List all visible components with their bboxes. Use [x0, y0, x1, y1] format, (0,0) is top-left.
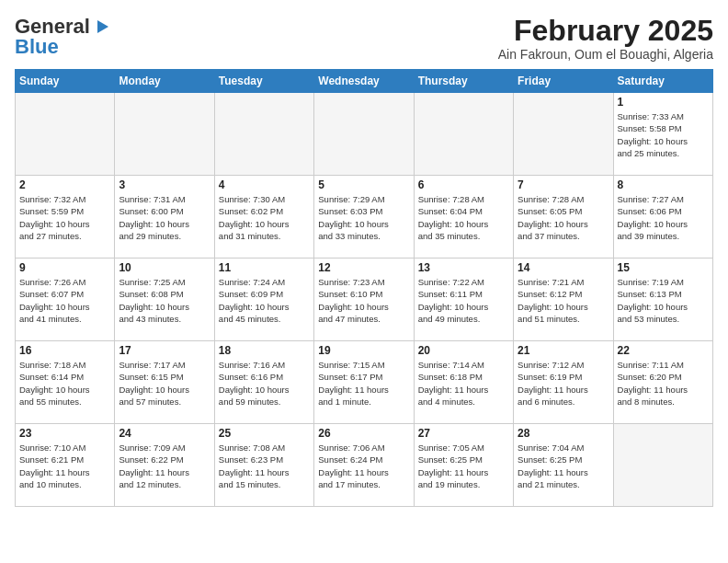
day-number: 26	[318, 427, 409, 440]
calendar-header: SundayMondayTuesdayWednesdayThursdayFrid…	[16, 70, 713, 93]
day-info: Sunrise: 7:23 AM Sunset: 6:10 PM Dayligh…	[318, 276, 409, 325]
day-number: 28	[518, 427, 609, 440]
day-number: 16	[19, 344, 110, 357]
calendar-week-row: 9Sunrise: 7:26 AM Sunset: 6:07 PM Daylig…	[16, 259, 713, 341]
day-number: 21	[518, 344, 609, 357]
calendar-cell	[414, 93, 513, 176]
day-info: Sunrise: 7:29 AM Sunset: 6:03 PM Dayligh…	[318, 193, 409, 242]
calendar-cell: 12Sunrise: 7:23 AM Sunset: 6:10 PM Dayli…	[314, 259, 414, 341]
weekday-row: SundayMondayTuesdayWednesdayThursdayFrid…	[16, 70, 713, 93]
logo-blue: Blue	[15, 35, 59, 59]
day-info: Sunrise: 7:12 AM Sunset: 6:19 PM Dayligh…	[518, 359, 609, 408]
calendar-cell: 20Sunrise: 7:14 AM Sunset: 6:18 PM Dayli…	[414, 341, 513, 424]
logo-icon	[92, 17, 112, 37]
day-number: 10	[119, 261, 210, 274]
day-info: Sunrise: 7:33 AM Sunset: 5:58 PM Dayligh…	[618, 110, 709, 159]
day-number: 12	[318, 261, 409, 274]
calendar-cell: 24Sunrise: 7:09 AM Sunset: 6:22 PM Dayli…	[115, 424, 214, 507]
calendar-cell: 23Sunrise: 7:10 AM Sunset: 6:21 PM Dayli…	[16, 424, 115, 507]
calendar-cell	[214, 93, 313, 176]
calendar-cell: 25Sunrise: 7:08 AM Sunset: 6:23 PM Dayli…	[214, 424, 313, 507]
weekday-header: Tuesday	[214, 70, 313, 93]
calendar-cell: 14Sunrise: 7:21 AM Sunset: 6:12 PM Dayli…	[514, 259, 613, 341]
day-info: Sunrise: 7:28 AM Sunset: 6:05 PM Dayligh…	[518, 193, 609, 242]
day-info: Sunrise: 7:25 AM Sunset: 6:08 PM Dayligh…	[119, 276, 210, 325]
title-block: February 2025 Ain Fakroun, Oum el Bouagh…	[498, 15, 713, 62]
day-number: 18	[219, 344, 310, 357]
calendar-body: 1Sunrise: 7:33 AM Sunset: 5:58 PM Daylig…	[16, 93, 713, 507]
calendar-cell: 5Sunrise: 7:29 AM Sunset: 6:03 PM Daylig…	[314, 176, 414, 259]
day-info: Sunrise: 7:14 AM Sunset: 6:18 PM Dayligh…	[418, 359, 509, 408]
calendar-cell: 8Sunrise: 7:27 AM Sunset: 6:06 PM Daylig…	[613, 176, 712, 259]
day-info: Sunrise: 7:27 AM Sunset: 6:06 PM Dayligh…	[618, 193, 709, 242]
day-number: 1	[618, 96, 709, 109]
calendar-cell: 27Sunrise: 7:05 AM Sunset: 6:25 PM Dayli…	[414, 424, 513, 507]
day-info: Sunrise: 7:08 AM Sunset: 6:23 PM Dayligh…	[219, 442, 310, 490]
calendar-table: SundayMondayTuesdayWednesdayThursdayFrid…	[15, 69, 713, 507]
calendar-cell: 17Sunrise: 7:17 AM Sunset: 6:15 PM Dayli…	[115, 341, 214, 424]
calendar-week-row: 1Sunrise: 7:33 AM Sunset: 5:58 PM Daylig…	[16, 93, 713, 176]
day-number: 27	[418, 427, 509, 440]
day-number: 14	[518, 261, 609, 274]
day-info: Sunrise: 7:10 AM Sunset: 6:21 PM Dayligh…	[19, 442, 110, 490]
day-info: Sunrise: 7:32 AM Sunset: 5:59 PM Dayligh…	[19, 193, 110, 242]
day-number: 17	[119, 344, 210, 357]
day-info: Sunrise: 7:28 AM Sunset: 6:04 PM Dayligh…	[418, 193, 509, 242]
svg-marker-0	[97, 20, 108, 33]
day-info: Sunrise: 7:30 AM Sunset: 6:02 PM Dayligh…	[219, 193, 310, 242]
weekday-header: Wednesday	[314, 70, 414, 93]
day-info: Sunrise: 7:22 AM Sunset: 6:11 PM Dayligh…	[418, 276, 509, 325]
day-info: Sunrise: 7:19 AM Sunset: 6:13 PM Dayligh…	[618, 276, 709, 325]
calendar-cell: 6Sunrise: 7:28 AM Sunset: 6:04 PM Daylig…	[414, 176, 513, 259]
day-number: 19	[318, 344, 409, 357]
day-info: Sunrise: 7:09 AM Sunset: 6:22 PM Dayligh…	[119, 442, 210, 490]
day-number: 9	[19, 261, 110, 274]
weekday-header: Monday	[115, 70, 214, 93]
weekday-header: Thursday	[414, 70, 513, 93]
day-info: Sunrise: 7:15 AM Sunset: 6:17 PM Dayligh…	[318, 359, 409, 408]
page-header: General Blue February 2025 Ain Fakroun, …	[15, 15, 713, 62]
logo: General Blue	[15, 15, 112, 59]
day-info: Sunrise: 7:24 AM Sunset: 6:09 PM Dayligh…	[219, 276, 310, 325]
day-info: Sunrise: 7:31 AM Sunset: 6:00 PM Dayligh…	[119, 193, 210, 242]
calendar-cell: 13Sunrise: 7:22 AM Sunset: 6:11 PM Dayli…	[414, 259, 513, 341]
day-info: Sunrise: 7:18 AM Sunset: 6:14 PM Dayligh…	[19, 359, 110, 408]
calendar-week-row: 16Sunrise: 7:18 AM Sunset: 6:14 PM Dayli…	[16, 341, 713, 424]
day-number: 8	[618, 178, 709, 191]
calendar-cell: 18Sunrise: 7:16 AM Sunset: 6:16 PM Dayli…	[214, 341, 313, 424]
calendar-cell	[514, 93, 613, 176]
day-info: Sunrise: 7:04 AM Sunset: 6:25 PM Dayligh…	[518, 442, 609, 490]
day-number: 24	[119, 427, 210, 440]
calendar-cell	[314, 93, 414, 176]
calendar-cell: 9Sunrise: 7:26 AM Sunset: 6:07 PM Daylig…	[16, 259, 115, 341]
weekday-header: Saturday	[613, 70, 712, 93]
calendar-title: February 2025	[498, 15, 713, 47]
day-number: 5	[318, 178, 409, 191]
day-info: Sunrise: 7:16 AM Sunset: 6:16 PM Dayligh…	[219, 359, 310, 408]
day-number: 15	[618, 261, 709, 274]
weekday-header: Sunday	[16, 70, 115, 93]
calendar-cell: 11Sunrise: 7:24 AM Sunset: 6:09 PM Dayli…	[214, 259, 313, 341]
day-number: 6	[418, 178, 509, 191]
calendar-cell: 19Sunrise: 7:15 AM Sunset: 6:17 PM Dayli…	[314, 341, 414, 424]
day-number: 2	[19, 178, 110, 191]
day-info: Sunrise: 7:21 AM Sunset: 6:12 PM Dayligh…	[518, 276, 609, 325]
calendar-cell: 10Sunrise: 7:25 AM Sunset: 6:08 PM Dayli…	[115, 259, 214, 341]
weekday-header: Friday	[514, 70, 613, 93]
calendar-cell	[613, 424, 712, 507]
day-info: Sunrise: 7:26 AM Sunset: 6:07 PM Dayligh…	[19, 276, 110, 325]
calendar-subtitle: Ain Fakroun, Oum el Bouaghi, Algeria	[498, 47, 713, 62]
day-number: 4	[219, 178, 310, 191]
calendar-cell: 7Sunrise: 7:28 AM Sunset: 6:05 PM Daylig…	[514, 176, 613, 259]
calendar-cell: 15Sunrise: 7:19 AM Sunset: 6:13 PM Dayli…	[613, 259, 712, 341]
day-info: Sunrise: 7:06 AM Sunset: 6:24 PM Dayligh…	[318, 442, 409, 490]
calendar-cell: 22Sunrise: 7:11 AM Sunset: 6:20 PM Dayli…	[613, 341, 712, 424]
day-number: 25	[219, 427, 310, 440]
calendar-cell	[16, 93, 115, 176]
calendar-cell: 21Sunrise: 7:12 AM Sunset: 6:19 PM Dayli…	[514, 341, 613, 424]
calendar-cell: 16Sunrise: 7:18 AM Sunset: 6:14 PM Dayli…	[16, 341, 115, 424]
day-number: 3	[119, 178, 210, 191]
calendar-week-row: 23Sunrise: 7:10 AM Sunset: 6:21 PM Dayli…	[16, 424, 713, 507]
day-info: Sunrise: 7:05 AM Sunset: 6:25 PM Dayligh…	[418, 442, 509, 490]
day-number: 22	[618, 344, 709, 357]
